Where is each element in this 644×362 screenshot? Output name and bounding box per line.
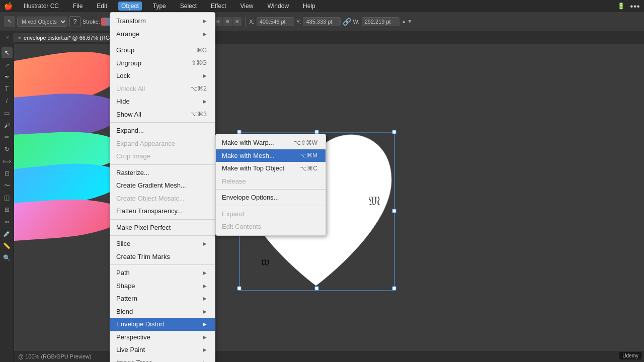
menu-select[interactable]: Select — [177, 2, 200, 11]
tool-direct-select[interactable]: ↗ — [2, 59, 13, 70]
question-icon[interactable]: ? — [69, 16, 80, 27]
menu-blend[interactable]: Blend ▶ — [110, 305, 215, 318]
deco-text-bottom: 𝔴 — [261, 254, 270, 268]
arrange-arrow: ▶ — [203, 30, 207, 38]
link-icon[interactable]: 🔗 — [343, 18, 351, 26]
w-input[interactable] — [362, 17, 399, 26]
tool-zoom[interactable]: 🔍 — [2, 252, 13, 263]
menu-pixel-perfect[interactable]: Make Pixel Perfect — [110, 221, 215, 234]
menu-create-object-mosaic[interactable]: Create Object Mosaic... — [110, 192, 215, 205]
mixed-objects-select[interactable]: Mixed Objects — [17, 17, 67, 27]
handle-bm[interactable] — [315, 287, 318, 290]
menu-hide[interactable]: Hide ▶ — [110, 95, 215, 108]
submenu-edit-contents[interactable]: Edit Contents — [216, 220, 326, 233]
bg-art — [14, 44, 125, 362]
tool-warp[interactable]: 〜 — [2, 180, 13, 191]
menu-edit[interactable]: Edit — [94, 2, 110, 11]
menu-image-trace[interactable]: Image Trace ▶ — [110, 356, 215, 363]
submenu-release[interactable]: Release — [216, 175, 326, 188]
group-shortcut: ⌘G — [196, 46, 207, 55]
unlock-shortcut: ⌥⌘2 — [190, 84, 207, 93]
handle-tr[interactable] — [392, 130, 396, 134]
tool-scale[interactable]: ⊡ — [2, 168, 13, 179]
tool-measure[interactable]: 📏 — [2, 240, 13, 251]
y-input[interactable] — [303, 17, 341, 26]
menu-path[interactable]: Path ▶ — [110, 266, 215, 280]
menu-create-trim-marks[interactable]: Create Trim Marks — [110, 250, 215, 263]
rotate-down-icon[interactable]: ▼ — [408, 19, 413, 24]
submenu-envelope-options[interactable]: Envelope Options... — [216, 191, 326, 204]
menu-shape[interactable]: Shape ▶ — [110, 280, 215, 293]
menu-lock[interactable]: Lock ▶ — [110, 69, 215, 82]
menu-group[interactable]: Group ⌘G — [110, 44, 215, 57]
perspective-arrow: ▶ — [203, 333, 207, 341]
handle-mr[interactable] — [392, 209, 396, 213]
tool-eyedropper[interactable]: 💉 — [2, 228, 13, 239]
tool-type[interactable]: T — [2, 83, 13, 95]
menu-transform[interactable]: Transform ▶ — [110, 15, 215, 28]
menu-gradient-mesh-label: Create Gradient Mesh... — [116, 180, 186, 191]
tool-mesh[interactable]: ⊞ — [2, 204, 13, 215]
tool-pencil[interactable]: ✏ — [2, 132, 13, 143]
tool-rotate[interactable]: ↻ — [2, 144, 13, 155]
x-input[interactable] — [257, 17, 294, 26]
menu-help[interactable]: Help — [300, 2, 318, 11]
menu-create-gradient-mesh[interactable]: Create Gradient Mesh... — [110, 179, 215, 192]
align-btn-5[interactable]: ⊞ — [223, 17, 232, 26]
submenu-make-mesh[interactable]: Make with Mesh... ⌥⌘M — [216, 149, 326, 162]
menu-view[interactable]: View — [237, 2, 257, 11]
menu-pattern[interactable]: Pattern ▶ — [110, 292, 215, 305]
handle-br[interactable] — [392, 287, 396, 290]
menu-ungroup[interactable]: Ungroup ⇧⌘G — [110, 57, 215, 70]
tool-pen[interactable]: ✒ — [2, 71, 13, 82]
rotate-up-icon[interactable]: ▲ — [401, 19, 407, 24]
tab-nav-left[interactable]: × — [4, 35, 11, 40]
menu-window[interactable]: Window — [264, 2, 292, 11]
ungroup-shortcut: ⇧⌘G — [191, 58, 207, 67]
apple-menu[interactable]: 🍎 — [4, 2, 13, 10]
handle-bl[interactable] — [237, 287, 241, 290]
sep-4 — [110, 219, 215, 220]
menu-flatten-transparency[interactable]: Flatten Transparency... — [110, 205, 215, 218]
menu-slice[interactable]: Slice ▶ — [110, 237, 215, 250]
submenu-make-warp[interactable]: Make with Warp... ⌥⇧⌘W — [216, 136, 326, 149]
menu-blend-label: Blend — [116, 307, 133, 317]
select-tool-icon[interactable]: ↖ — [4, 16, 15, 27]
handle-tl[interactable] — [237, 130, 241, 134]
tab-dot: ● — [18, 35, 21, 40]
tool-rect[interactable]: ▭ — [2, 108, 13, 119]
tool-line[interactable]: / — [2, 96, 13, 107]
tool-blend[interactable]: ∞ — [2, 216, 13, 227]
submenu-make-top-object[interactable]: Make with Top Object ⌥⌘C — [216, 162, 326, 175]
menu-unlock-all[interactable]: Unlock All ⌥⌘2 — [110, 82, 215, 96]
handle-tm[interactable] — [315, 130, 318, 134]
menu-perspective[interactable]: Perspective ▶ — [110, 331, 215, 344]
menu-type[interactable]: Type — [150, 2, 169, 11]
tool-paintbrush[interactable]: 🖌 — [2, 120, 13, 131]
menu-envelope-distort[interactable]: Envelope Distort ▶ — [110, 318, 215, 331]
menu-file[interactable]: File — [70, 2, 86, 11]
tool-select[interactable]: ↖ — [2, 47, 13, 58]
menu-expand[interactable]: Expand... — [110, 124, 215, 137]
menu-crop-image[interactable]: Crop Image — [110, 150, 215, 163]
left-toolbar: ↖ ↗ ✒ T / ▭ 🖌 ✏ ↻ ⟺ ⊡ 〜 ◫ ⊞ ∞ 💉 📏 🔍 — [0, 44, 14, 362]
menu-arrange[interactable]: Arrange ▶ — [110, 28, 215, 41]
menu-pattern-label: Pattern — [116, 294, 137, 304]
menu-expand-appearance[interactable]: Expand Appearance — [110, 137, 215, 150]
menu-live-paint[interactable]: Live Paint ▶ — [110, 343, 215, 356]
align-btn-6[interactable]: ⊞ — [232, 17, 242, 26]
menu-rasterize[interactable]: Rasterize... — [110, 166, 215, 179]
menu-illustrator[interactable]: Illustrator CC — [21, 2, 62, 11]
menu-object[interactable]: Object — [118, 2, 142, 11]
tool-gradient[interactable]: ◫ — [2, 192, 13, 203]
menu-show-all-label: Show All — [116, 110, 141, 120]
menu-show-all[interactable]: Show All ⌥⌘3 — [110, 108, 215, 121]
submenu-expand[interactable]: Expand — [216, 208, 326, 221]
tool-reflect[interactable]: ⟺ — [2, 156, 13, 167]
separator-3 — [245, 17, 246, 27]
menu-effect[interactable]: Effect — [208, 2, 229, 11]
release-label: Release — [222, 176, 246, 187]
menu-trim-marks-label: Create Trim Marks — [116, 252, 170, 262]
battery-icon: 🔋 — [617, 3, 625, 10]
menu-transform-label: Transform — [116, 16, 146, 26]
